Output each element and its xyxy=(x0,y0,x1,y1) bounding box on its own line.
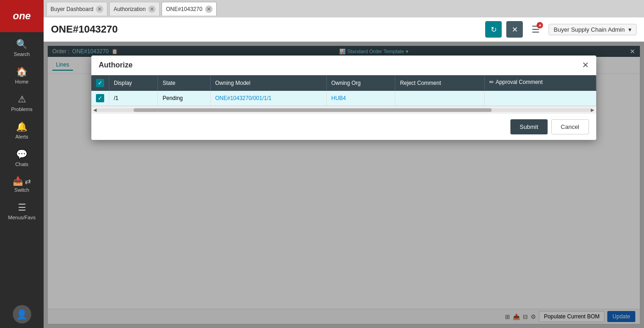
sidebar-label-alerts: Alerts xyxy=(15,134,28,139)
sidebar-item-switch[interactable]: 📥 ⇄ Switch xyxy=(0,172,44,197)
modal-footer: Submit Cancel xyxy=(91,113,596,140)
header-menu-button[interactable]: ☰ xyxy=(527,21,544,38)
search-icon: 🔍 xyxy=(16,39,28,50)
table-body: ✓ /1 Pending ONE#1043270/001/1/1 HUB4 xyxy=(91,91,596,106)
role-label: Buyer Supply Chain Admin xyxy=(554,26,625,33)
inbox-icon: 📥 xyxy=(13,176,23,186)
scrollbar-track xyxy=(97,108,591,112)
bell-icon: 🔔 xyxy=(16,121,28,132)
avatar-icon: 👤 xyxy=(16,309,28,320)
row-display: /1 xyxy=(109,91,158,106)
sidebar-label-problems: Problems xyxy=(11,106,32,112)
sidebar-item-alerts[interactable]: 🔔 Alerts xyxy=(0,117,44,144)
tab-buyer-dashboard-close[interactable]: ✕ xyxy=(96,6,103,13)
row-owning-org: HUB4 xyxy=(326,91,395,106)
tab-authorization[interactable]: Authorization ✕ xyxy=(109,2,160,16)
table-header-row: ✓ Display State Owning Model Owning Org … xyxy=(91,75,596,91)
sidebar-item-home[interactable]: 🏠 Home xyxy=(0,61,44,89)
row-owning-model: ONE#1043270/001/1/1 xyxy=(210,91,326,106)
tab-authorization-label: Authorization xyxy=(113,6,146,12)
notification-badge xyxy=(537,22,543,28)
modal-title: Authorize xyxy=(99,61,133,69)
user-avatar[interactable]: 👤 xyxy=(13,305,31,323)
refresh-button[interactable]: ↻ xyxy=(485,21,502,38)
sidebar: one 🔍 Search 🏠 Home ⚠ Problems 🔔 Alerts … xyxy=(0,0,44,328)
approval-comment-label: Approval Comment xyxy=(496,79,543,85)
select-all-checkbox[interactable]: ✓ xyxy=(96,79,104,87)
tab-one-label: ONE#1043270 xyxy=(166,6,202,12)
col-header-state: State xyxy=(158,75,210,91)
logo-text: one xyxy=(13,10,31,22)
sidebar-label-home: Home xyxy=(15,79,28,84)
sidebar-item-chats[interactable]: 💬 Chats xyxy=(0,144,44,172)
col-header-reject-comment: Reject Comment xyxy=(395,75,484,91)
tab-bar: Buyer Dashboard ✕ Authorization ✕ ONE#10… xyxy=(44,0,644,17)
chat-icon: 💬 xyxy=(16,149,28,160)
row-checkbox-cell[interactable]: ✓ xyxy=(91,91,109,106)
scroll-left-arrow[interactable]: ◀ xyxy=(93,107,97,112)
tab-one-close[interactable]: ✕ xyxy=(205,6,213,13)
row-state: Pending xyxy=(158,91,210,106)
col-header-checkbox: ✓ xyxy=(91,75,109,91)
tab-buyer-dashboard[interactable]: Buyer Dashboard ✕ xyxy=(46,2,107,16)
horizontal-scrollbar[interactable]: ◀ ▶ xyxy=(91,106,596,113)
chevron-down-icon: ▾ xyxy=(628,26,632,33)
col-header-owning-org: Owning Org xyxy=(326,75,395,91)
tab-authorization-close[interactable]: ✕ xyxy=(148,6,156,13)
app-logo[interactable]: one xyxy=(0,0,44,32)
sidebar-item-search[interactable]: 🔍 Search xyxy=(0,34,44,61)
role-dropdown[interactable]: Buyer Supply Chain Admin ▾ xyxy=(549,24,637,35)
switch-arrow-icon: ⇄ xyxy=(25,177,31,186)
sidebar-item-menus[interactable]: ☰ Menus/Favs xyxy=(0,197,44,225)
sidebar-label-menus: Menus/Favs xyxy=(8,215,36,220)
menu-icon: ☰ xyxy=(18,202,26,213)
main-content: Order : ONE#1043270 📋 📊 Standard Order T… xyxy=(44,42,644,328)
main-area: Buyer Dashboard ✕ Authorization ✕ ONE#10… xyxy=(44,0,644,328)
cancel-button[interactable]: Cancel xyxy=(551,119,589,134)
content-header: ONE#1043270 ↻ ✕ ☰ Buyer Supply Chain Adm… xyxy=(44,17,644,42)
modal-header: Authorize ✕ xyxy=(91,56,596,75)
sidebar-label-search: Search xyxy=(14,51,30,57)
submit-button[interactable]: Submit xyxy=(510,119,547,134)
modal-close-button[interactable]: ✕ xyxy=(582,60,589,70)
scrollbar-thumb[interactable] xyxy=(134,108,492,112)
col-header-approval-comment: ✏ Approval Comment xyxy=(485,75,596,89)
tab-buyer-dashboard-label: Buyer Dashboard xyxy=(50,6,93,12)
switch-icons-row: 📥 ⇄ xyxy=(13,176,31,186)
edit-icon: ✏ xyxy=(489,79,494,85)
modal-overlay: Authorize ✕ ✓ Display State xyxy=(44,42,644,328)
sidebar-label-switch: Switch xyxy=(14,187,29,193)
home-icon: 🏠 xyxy=(16,66,28,77)
col-header-display: Display xyxy=(109,75,158,91)
table-row: ✓ /1 Pending ONE#1043270/001/1/1 HUB4 xyxy=(91,91,596,106)
scroll-right-arrow[interactable]: ▶ xyxy=(591,107,594,112)
warning-icon: ⚠ xyxy=(18,94,26,105)
close-order-button[interactable]: ✕ xyxy=(506,21,523,38)
page-title: ONE#1043270 xyxy=(51,23,481,35)
sidebar-item-problems[interactable]: ⚠ Problems xyxy=(0,89,44,117)
row-reject-comment xyxy=(395,91,484,106)
row-approval-comment xyxy=(484,91,596,106)
sidebar-bottom: 👤 xyxy=(0,305,44,328)
tab-one-1043270[interactable]: ONE#1043270 ✕ xyxy=(162,2,216,16)
sidebar-label-chats: Chats xyxy=(15,161,28,167)
authorize-modal: Authorize ✕ ✓ Display State xyxy=(91,56,596,140)
owning-model-link[interactable]: ONE#1043270/001/1/1 xyxy=(215,95,272,101)
authorize-table: ✓ Display State Owning Model Owning Org … xyxy=(91,75,596,106)
col-header-owning-model: Owning Model xyxy=(210,75,326,91)
owning-org-link[interactable]: HUB4 xyxy=(331,95,346,101)
row-checkbox[interactable]: ✓ xyxy=(96,94,104,102)
modal-table-container[interactable]: ✓ Display State Owning Model Owning Org … xyxy=(91,75,596,106)
